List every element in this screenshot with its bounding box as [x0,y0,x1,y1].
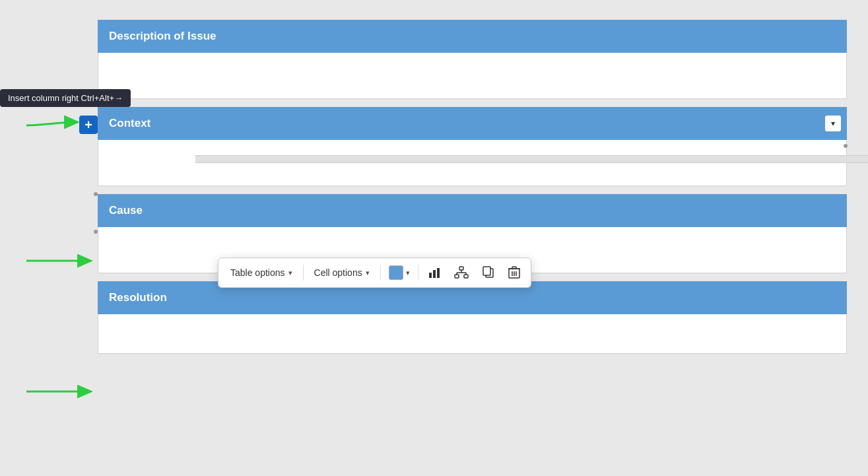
gap-2 [98,186,847,194]
cell-options-chevron-icon: ▾ [366,269,370,277]
table-options-label: Table options [230,267,285,278]
gap-1 [98,99,847,107]
page-wrapper: Insert column right Ctrl+Alt+→ + [0,0,868,476]
tooltip-text: Insert column right Ctrl+Alt+→ [8,93,123,103]
section-context-body[interactable] [98,140,847,186]
hierarchy-button[interactable] [449,262,474,283]
svg-rect-5 [437,268,440,278]
svg-rect-3 [429,273,432,278]
cell-options-label: Cell options [314,267,362,278]
color-swatch [389,265,403,280]
svg-rect-8 [464,275,468,278]
svg-rect-4 [433,270,436,278]
section-description-header: Description of Issue [98,20,847,53]
copy-icon [482,266,495,279]
insert-column-tooltip: Insert column right Ctrl+Alt+→ [0,89,131,107]
section-description: Description of Issue [98,20,847,99]
toolbar-separator-2 [380,265,381,281]
chart-button[interactable] [422,262,446,283]
section-context: Context ▾ [98,107,847,186]
insert-column-right-button[interactable]: + [79,116,98,134]
side-dot-1 [94,192,98,196]
side-dot-3 [844,144,848,148]
table-container: Description of Issue Context ▾ Cause [98,20,847,354]
options-toolbar: Table options ▾ Cell options ▾ ▾ [218,257,531,288]
section-resolution-body[interactable] [98,314,847,354]
svg-rect-14 [483,267,490,275]
svg-rect-6 [459,267,463,270]
toolbar-separator-3 [418,265,418,281]
side-dot-2 [94,230,98,234]
cell-options-button[interactable]: Cell options ▾ [308,263,376,282]
svg-rect-17 [512,267,516,269]
collapse-context-button[interactable]: ▾ [825,116,841,131]
table-options-chevron-icon: ▾ [288,269,292,277]
table-options-button[interactable]: Table options ▾ [224,263,299,282]
delete-button[interactable] [503,262,525,283]
color-picker-button[interactable]: ▾ [385,263,414,283]
section-resolution: Resolution [98,281,847,354]
trash-icon [508,266,520,279]
copy-button[interactable] [477,262,500,283]
hierarchy-icon [454,266,469,279]
svg-rect-7 [455,275,459,278]
section-description-body[interactable] [98,53,847,99]
arrow-annotation-3 [20,375,99,408]
color-chevron-icon: ▾ [406,269,410,277]
toolbar-separator-1 [303,265,304,281]
section-context-header: Context ▾ [98,107,847,140]
arrow-annotation-1 [20,109,86,142]
arrow-annotation-2 [20,244,99,277]
bar-chart-icon [428,266,441,279]
column-resize-area[interactable] [195,155,868,163]
section-cause-header: Cause [98,194,847,227]
